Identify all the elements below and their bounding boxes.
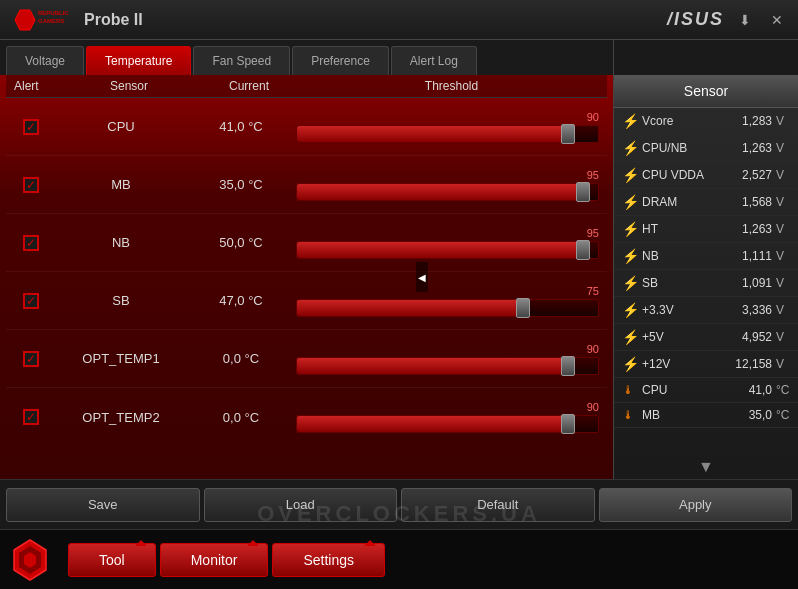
alert-checkbox-opt2[interactable] — [23, 409, 39, 425]
slider-track-opt1[interactable] — [296, 357, 599, 375]
sensor-item-name: SB — [642, 276, 708, 290]
voltage-icon: ⚡ — [622, 248, 638, 264]
list-item: ⚡ +12V 12,158 V — [614, 351, 798, 378]
sensor-item-unit: V — [776, 330, 790, 344]
panel-collapse-arrow[interactable]: ◀ — [416, 262, 428, 292]
tab-alert-log[interactable]: Alert Log — [391, 46, 477, 75]
header-current: Current — [194, 79, 304, 93]
tab-temperature[interactable]: Temperature — [86, 46, 191, 75]
alert-checkbox-opt1[interactable] — [23, 351, 39, 367]
sensor-item-value: 1,111 — [712, 249, 772, 263]
sensor-item-unit: V — [776, 195, 790, 209]
sensor-rows-container: CPU 41,0 °C 90 — [0, 98, 613, 479]
sensor-item-unit: V — [776, 114, 790, 128]
table-header: Alert Sensor Current Threshold — [6, 75, 607, 98]
voltage-icon: ⚡ — [622, 167, 638, 183]
table-row: OPT_TEMP1 0,0 °C 90 — [6, 330, 607, 388]
slider-track-sb[interactable] — [296, 299, 599, 317]
footer-tab-monitor[interactable]: Monitor — [160, 543, 269, 577]
sensor-name-cpu: CPU — [56, 119, 186, 134]
sensor-value-sb: 47,0 °C — [186, 293, 296, 308]
rog-icon — [8, 538, 52, 582]
slider-track-cpu[interactable] — [296, 125, 599, 143]
voltage-icon: ⚡ — [622, 221, 638, 237]
threshold-label-opt2: 90 — [296, 401, 599, 413]
voltage-icon: ⚡ — [622, 275, 638, 291]
sensor-item-unit: °C — [776, 408, 790, 422]
threshold-label-nb: 95 — [296, 227, 599, 239]
temp-icon: 🌡 — [622, 383, 638, 397]
sensor-item-value: 35,0 — [712, 408, 772, 422]
title-controls: /ISUS ⬇ ✕ — [667, 9, 788, 31]
alert-checkbox-sb[interactable] — [23, 293, 39, 309]
footer-tab-settings[interactable]: Settings — [272, 543, 385, 577]
sensor-item-value: 1,568 — [712, 195, 772, 209]
asus-logo: /ISUS — [667, 9, 724, 30]
alert-checkbox-nb[interactable] — [23, 235, 39, 251]
table-row: NB 50,0 °C 95 — [6, 214, 607, 272]
threshold-label-cpu: 90 — [296, 111, 599, 123]
sensor-name-sb: SB — [56, 293, 186, 308]
list-item: 🌡 CPU 41,0 °C — [614, 378, 798, 403]
slider-cell-cpu: 90 — [296, 111, 607, 143]
sensor-item-name: MB — [642, 408, 708, 422]
slider-cell-nb: 95 — [296, 227, 607, 259]
threshold-label-opt1: 90 — [296, 343, 599, 355]
sensor-value-opt2: 0,0 °C — [186, 410, 296, 425]
sensor-item-unit: V — [776, 276, 790, 290]
tab-preference[interactable]: Preference — [292, 46, 389, 75]
save-button[interactable]: Save — [6, 488, 200, 522]
slider-track-opt2[interactable] — [296, 415, 599, 433]
svg-text:GAMERS: GAMERS — [38, 18, 64, 24]
table-row: SB 47,0 °C 75 — [6, 272, 607, 330]
apply-button[interactable]: Apply — [599, 488, 793, 522]
sensor-item-name: +5V — [642, 330, 708, 344]
right-sensor-list: ⚡ Vcore 1,283 V ⚡ CPU/NB 1,263 V ⚡ — [614, 108, 798, 455]
slider-track-mb[interactable] — [296, 183, 599, 201]
alert-checkbox-mb[interactable] — [23, 177, 39, 193]
sensor-item-value: 4,952 — [712, 330, 772, 344]
alert-checkbox-cpu[interactable] — [23, 119, 39, 135]
header-alert: Alert — [14, 79, 64, 93]
tab-voltage[interactable]: Voltage — [6, 46, 84, 75]
sensor-item-unit: V — [776, 168, 790, 182]
load-button[interactable]: Load — [204, 488, 398, 522]
threshold-label-mb: 95 — [296, 169, 599, 181]
app-title: Probe II — [84, 11, 143, 29]
sensor-item-value: 1,091 — [712, 276, 772, 290]
sensor-item-name: NB — [642, 249, 708, 263]
list-item: ⚡ +5V 4,952 V — [614, 324, 798, 351]
list-item: ⚡ +3.3V 3,336 V — [614, 297, 798, 324]
voltage-icon: ⚡ — [622, 194, 638, 210]
sensor-item-unit: V — [776, 303, 790, 317]
sensor-item-value: 2,527 — [712, 168, 772, 182]
default-button[interactable]: Default — [401, 488, 595, 522]
right-scroll-down[interactable]: ▼ — [614, 455, 798, 479]
sensor-item-name: CPU/NB — [642, 141, 708, 155]
tab-fan-speed[interactable]: Fan Speed — [193, 46, 290, 75]
list-item: ⚡ CPU/NB 1,263 V — [614, 135, 798, 162]
footer-tab-tool[interactable]: Tool — [68, 543, 156, 577]
sensor-item-unit: V — [776, 141, 790, 155]
sensor-item-name: +12V — [642, 357, 708, 371]
list-item: ⚡ Vcore 1,283 V — [614, 108, 798, 135]
download-button[interactable]: ⬇ — [734, 9, 756, 31]
sensor-item-unit: V — [776, 357, 790, 371]
slider-cell-opt2: 90 — [296, 401, 607, 433]
sensor-name-opt1: OPT_TEMP1 — [56, 351, 186, 366]
list-item: ⚡ SB 1,091 V — [614, 270, 798, 297]
sensor-item-unit: °C — [776, 383, 790, 397]
list-item: ⚡ DRAM 1,568 V — [614, 189, 798, 216]
svg-text:REPUBLIC OF: REPUBLIC OF — [38, 10, 70, 16]
svg-marker-1 — [15, 10, 35, 30]
rog-logo: REPUBLIC OF GAMERS — [10, 5, 70, 35]
close-button[interactable]: ✕ — [766, 9, 788, 31]
table-row: MB 35,0 °C 95 — [6, 156, 607, 214]
sensor-item-name: Vcore — [642, 114, 708, 128]
list-item: ⚡ NB 1,111 V — [614, 243, 798, 270]
slider-track-nb[interactable] — [296, 241, 599, 259]
list-item: ⚡ HT 1,263 V — [614, 216, 798, 243]
threshold-label-sb: 75 — [296, 285, 599, 297]
sensor-value-nb: 50,0 °C — [186, 235, 296, 250]
footer-rog-logo — [0, 530, 60, 590]
